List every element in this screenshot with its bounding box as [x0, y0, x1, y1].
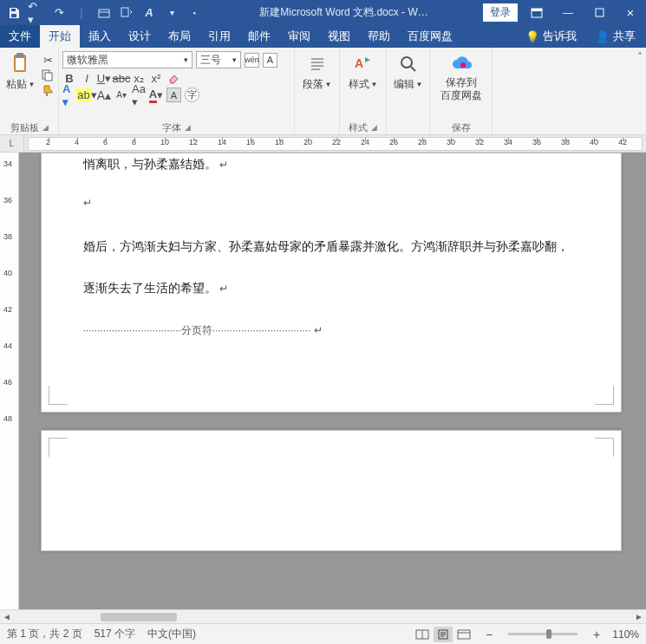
zoom-slider[interactable] — [508, 633, 577, 635]
qat-icon-1[interactable] — [95, 4, 113, 22]
strikethrough-icon[interactable]: abc — [114, 71, 128, 85]
doc-text-partial: 悄离职，与孙柔嘉结婚。 — [83, 157, 217, 171]
group-paragraph: 段落▼ — [295, 48, 340, 134]
tab-home[interactable]: 开始 — [40, 25, 80, 48]
tab-view[interactable]: 视图 — [319, 25, 359, 48]
qat-more-icon[interactable]: ▾ — [163, 4, 180, 22]
close-icon[interactable]: × — [615, 0, 646, 25]
clipboard-label: 剪贴板 — [10, 121, 39, 134]
undo-icon[interactable]: ↶ ▾ — [28, 4, 45, 22]
page-2[interactable] — [41, 430, 622, 551]
italic-icon[interactable]: I — [80, 71, 94, 85]
document-scroll[interactable]: 悄离职，与孙柔嘉结婚。 ↵ ↵ 婚后，方鸿渐夫妇与方家、孙柔嘉姑母家的矛盾暴露并… — [19, 153, 646, 609]
page-break-line: ··································分页符···… — [83, 324, 311, 336]
zoom-out-icon[interactable]: − — [486, 628, 493, 641]
paragraph-icon — [306, 53, 329, 75]
status-words[interactable]: 517 个字 — [95, 627, 135, 641]
qat-icon-2[interactable] — [118, 4, 135, 22]
vertical-ruler[interactable]: 3436384042444648 — [0, 153, 19, 609]
share-icon: 👤 — [596, 30, 610, 43]
zoom-knob[interactable] — [546, 629, 551, 639]
collapse-ribbon-icon[interactable]: ˄ — [637, 51, 643, 63]
minimize-icon[interactable]: — — [552, 0, 584, 25]
read-mode-icon[interactable] — [413, 627, 432, 642]
redo-icon[interactable]: ↷ — [50, 4, 68, 22]
underline-icon[interactable]: U ▾ — [97, 71, 111, 85]
save-icon[interactable] — [5, 4, 23, 22]
editing-button[interactable]: 编辑▼ — [391, 49, 426, 92]
scroll-thumb[interactable] — [101, 613, 177, 621]
format-painter-icon[interactable] — [41, 84, 55, 98]
horizontal-ruler[interactable]: 24681012141618202224262830323436384042 — [28, 137, 643, 151]
char-border-icon[interactable]: A — [263, 53, 277, 68]
copy-icon[interactable] — [41, 68, 55, 82]
tab-baidu[interactable]: 百度网盘 — [399, 25, 461, 48]
font-size-combo[interactable]: 三号▾ — [196, 51, 241, 68]
zoom-percent[interactable]: 110% — [612, 628, 639, 641]
para-mark-icon: ↵ — [83, 197, 92, 209]
scroll-left-icon[interactable]: ◄ — [0, 610, 14, 624]
styles-button[interactable]: A 样式▼ — [346, 49, 381, 92]
scroll-right-icon[interactable]: ► — [632, 610, 646, 624]
tab-review[interactable]: 审阅 — [279, 25, 319, 48]
web-layout-icon[interactable] — [454, 627, 473, 642]
zoom-in-icon[interactable]: + — [593, 628, 600, 641]
group-styles: A 样式▼ 样式◢ — [340, 48, 387, 134]
paragraph-button[interactable]: 段落▼ — [300, 49, 335, 92]
status-page[interactable]: 第 1 页，共 2 页 — [7, 627, 82, 641]
ribbon: 粘贴 ▼ ✂ 剪贴板◢ 微软雅黑▾ 三号▾ wén A B I U ▾ abc — [0, 48, 646, 135]
qat-icon-style[interactable]: A — [140, 4, 158, 22]
superscript-icon[interactable]: x² — [149, 71, 163, 85]
tab-stop-selector[interactable]: L — [0, 135, 24, 152]
status-bar: 第 1 页，共 2 页 517 个字 中文(中国) − + 110% — [0, 623, 646, 644]
doc-text-p2: 逐渐失去了生活的希望。 — [83, 281, 217, 295]
tab-design[interactable]: 设计 — [120, 25, 160, 48]
font-name-combo[interactable]: 微软雅黑▾ — [62, 51, 192, 68]
cloud-icon — [450, 53, 473, 75]
title-bar: ↶ ▾ ↷ | A ▾ ▪ 新建Microsoft Word 文档.docx -… — [0, 0, 646, 25]
dialog-launcher-icon[interactable]: ◢ — [371, 123, 377, 132]
margin-corner-icon — [49, 386, 68, 405]
group-clipboard: 粘贴 ▼ ✂ 剪贴板◢ — [0, 48, 59, 134]
char-shading-icon[interactable]: A — [166, 88, 181, 102]
status-language[interactable]: 中文(中国) — [147, 627, 196, 641]
eraser-icon[interactable] — [166, 71, 180, 85]
tab-file[interactable]: 文件 — [0, 25, 40, 48]
cut-icon[interactable]: ✂ — [41, 53, 55, 67]
paste-button[interactable]: 粘贴 ▼ — [3, 49, 37, 92]
qat-customize-icon[interactable]: ▪ — [186, 4, 203, 22]
svg-rect-1 — [11, 14, 16, 17]
print-layout-icon[interactable] — [434, 627, 453, 642]
text-effects-icon[interactable]: A ▾ — [62, 88, 76, 102]
save-baidu-button[interactable]: 保存到百度网盘 — [434, 49, 488, 101]
group-save-cloud: 保存到百度网盘 保存 — [430, 48, 493, 134]
tab-help[interactable]: 帮助 — [359, 25, 399, 48]
dialog-launcher-icon[interactable]: ◢ — [185, 123, 191, 132]
svg-rect-18 — [458, 630, 470, 639]
ribbon-display-icon[interactable] — [521, 0, 552, 25]
enclose-char-icon[interactable]: 字 — [185, 88, 199, 102]
grow-font-icon[interactable]: A▴ — [97, 88, 111, 102]
dialog-launcher-icon[interactable]: ◢ — [42, 123, 49, 132]
tab-references[interactable]: 引用 — [199, 25, 239, 48]
share-button[interactable]: 👤共享 — [585, 25, 646, 48]
tab-mail[interactable]: 邮件 — [239, 25, 279, 48]
tab-insert[interactable]: 插入 — [80, 25, 120, 48]
shrink-font-icon[interactable]: A▾ — [114, 88, 128, 102]
save-label: 保存 — [452, 121, 471, 134]
font-color-icon[interactable]: A▾ — [149, 88, 163, 102]
para-mark-icon: ↵ — [217, 159, 228, 171]
login-button[interactable]: 登录 — [483, 3, 518, 22]
change-case-icon[interactable]: Aa ▾ — [132, 88, 146, 102]
svg-rect-9 — [16, 58, 24, 70]
svg-rect-11 — [45, 73, 52, 81]
horizontal-scrollbar[interactable]: ◄ ► — [0, 609, 646, 623]
maximize-icon[interactable] — [584, 0, 615, 25]
phonetic-guide-icon[interactable]: wén — [245, 53, 259, 68]
page-1[interactable]: 悄离职，与孙柔嘉结婚。 ↵ ↵ 婚后，方鸿渐夫妇与方家、孙柔嘉姑母家的矛盾暴露并… — [41, 153, 622, 413]
group-editing: 编辑▼ — [387, 48, 430, 134]
highlight-icon[interactable]: ab▾ — [80, 88, 94, 102]
find-icon — [397, 53, 420, 75]
tell-me[interactable]: 💡告诉我 — [517, 25, 585, 48]
tab-layout[interactable]: 布局 — [160, 25, 199, 48]
